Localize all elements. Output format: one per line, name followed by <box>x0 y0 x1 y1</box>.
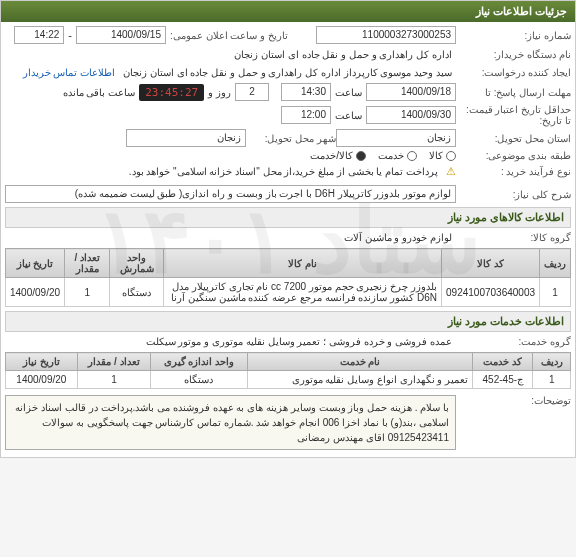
province-label: استان محل تحویل: <box>456 133 571 144</box>
need-no-value: 1100003273000253 <box>316 26 456 44</box>
warning-icon: ⚠ <box>446 165 456 178</box>
days-remaining: 2 <box>235 83 269 101</box>
svc-th-name: نام خدمت <box>247 353 473 371</box>
reply-hour-label: ساعت <box>331 85 366 100</box>
buyer-org-label: نام دستگاه خریدار: <box>456 49 571 60</box>
services-group-value: عمده فروشی و خرده فروشی ؛ تعمیر وسایل نق… <box>142 334 456 349</box>
svc-th-row: ردیف <box>533 353 571 371</box>
table-row: 1 ج-45-452 تعمیر و نگهداری انواع وسایل ن… <box>6 371 571 389</box>
goods-th-name: نام کالا <box>163 249 441 278</box>
min-valid-label: حداقل تاریخ اعتبار قیمت: تا تاریخ: <box>456 104 571 126</box>
panel-title: جزئیات اطلاعات نیاز <box>476 5 567 17</box>
table-row: 1 0924100703640003 بلدوزر چرخ زنجیری حجم… <box>6 278 571 307</box>
panel-header: جزئیات اطلاعات نیاز <box>1 1 575 22</box>
contact-link[interactable]: اطلاعات تماس خریدار <box>19 65 120 80</box>
creator-label: ایجاد کننده درخواست: <box>456 67 571 78</box>
services-table: ردیف کد خدمت نام خدمت واحد اندازه گیری ت… <box>5 352 571 389</box>
category-radio-group: کالا خدمت کالا/خدمت <box>310 150 456 161</box>
goods-th-unit: واحد شمارش <box>110 249 163 278</box>
reply-date: 1400/09/18 <box>366 83 456 101</box>
purchase-note: پرداخت تمام یا بخشی از مبلغ خرید،از محل … <box>125 164 442 179</box>
svc-th-date: تاریخ نیاز <box>6 353 78 371</box>
category-label: طبقه بندی موضوعی: <box>456 150 571 161</box>
need-desc-label: شرح کلی نیاز: <box>456 189 571 200</box>
buyer-org-value: اداره کل راهداری و حمل و نقل جاده ای است… <box>230 47 456 62</box>
svc-th-code: کد خدمت <box>473 353 533 371</box>
services-group-label: گروه خدمت: <box>456 336 571 347</box>
announce-time: 14:22 <box>14 26 64 44</box>
reply-deadline-label: مهلت ارسال پاسخ: تا <box>456 87 571 98</box>
goods-th-qty: تعداد / مقدار <box>65 249 110 278</box>
goods-th-code: کد کالا <box>442 249 540 278</box>
goods-table: ردیف کد کالا نام کالا واحد شمارش تعداد /… <box>5 248 571 307</box>
radio-service[interactable]: خدمت <box>378 150 417 161</box>
city-label: شهر محل تحویل: <box>246 133 336 144</box>
city-value: زنجان <box>126 129 246 147</box>
goods-th-row: ردیف <box>540 249 571 278</box>
services-section-title: اطلاعات خدمات مورد نیاز <box>5 311 571 332</box>
min-valid-date: 1400/09/30 <box>366 106 456 124</box>
countdown-suffix: ساعت باقی مانده <box>59 85 140 100</box>
goods-section-title: اطلاعات کالاهای مورد نیاز <box>5 207 571 228</box>
need-no-label: شماره نیاز: <box>456 30 571 41</box>
purchase-type-label: نوع فرآیند خرید : <box>456 166 571 177</box>
goods-group-value: لوازم خودرو و ماشین آلات <box>340 230 456 245</box>
radio-goods[interactable]: کالا <box>429 150 456 161</box>
countdown-timer: 23:45:27 <box>139 84 204 101</box>
min-valid-hour-label: ساعت <box>331 108 366 123</box>
radio-both[interactable]: کالا/خدمت <box>310 150 366 161</box>
svc-th-qty: تعداد / مقدار <box>77 353 150 371</box>
notes-text: با سلام . هزینه حمل وباز وبست وسایر هزین… <box>5 395 456 450</box>
min-valid-hour: 12:00 <box>281 106 331 124</box>
svc-th-unit: واحد اندازه گیری <box>151 353 248 371</box>
notes-label: توضیحات: <box>456 395 571 406</box>
announce-date: 1400/09/15 <box>76 26 166 44</box>
goods-group-label: گروه کالا: <box>456 232 571 243</box>
creator-value: سید وحید موسوی کارپرداز اداره کل راهداری… <box>119 65 456 80</box>
reply-hour: 14:30 <box>281 83 331 101</box>
goods-th-date: تاریخ نیاز <box>6 249 65 278</box>
need-desc-value: لوازم موتور بلدوزر کاترپیلار D6H با اجرت… <box>5 185 456 203</box>
announce-label: تاریخ و ساعت اعلان عمومی: <box>166 30 316 41</box>
day-label: روز و <box>204 85 235 100</box>
province-value: زنجان <box>336 129 456 147</box>
